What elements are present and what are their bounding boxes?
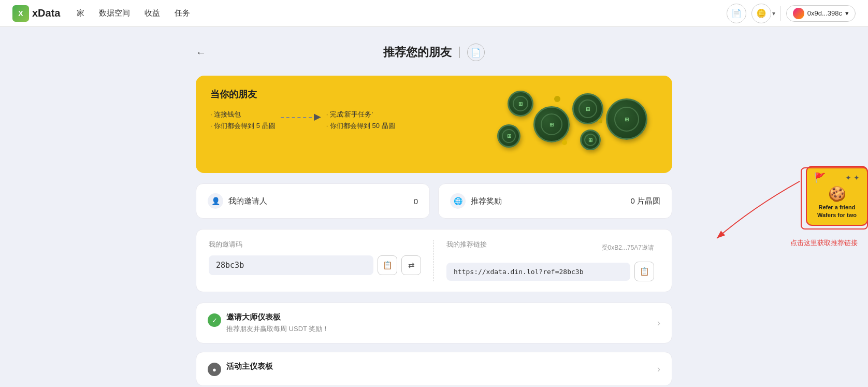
banner-step-1: · 连接钱包 · 你们都会得到 5 晶圆 <box>210 109 276 132</box>
coin-6: ⊞ <box>580 130 601 150</box>
invite-code-value: 28bc3b <box>209 255 373 275</box>
banner-steps-row: · 连接钱包 · 你们都会得到 5 晶圆 ▶ · 完成'新手任务' · 你们都会… <box>210 109 492 132</box>
coin-dot-2 <box>598 119 602 123</box>
invite-code-row: 28bc3b 📋 ⇄ <box>209 255 421 275</box>
invite-link-col: 我的推荐链接 受0xB2...75A7邀请 https://xdata.din.… <box>434 240 659 281</box>
banner-coins: ⊞ ⊞ ⊞ ⊞ ⊞ ⊞ <box>492 88 658 161</box>
nav-wallet-button[interactable]: 0x9d...398c ▾ <box>786 5 856 22</box>
reward-card-left: 🌐 推荐奖励 <box>450 193 502 209</box>
invite-link-invited-by: 受0xB2...75A7邀请 <box>602 243 654 252</box>
inviter-value: 0 <box>414 197 418 206</box>
nav-right: 📄 🪙 ▾ 0x9d...398c ▾ <box>727 4 856 23</box>
invite-code-label: 我的邀请码 <box>209 240 421 249</box>
nav-token-chevron[interactable]: ▾ <box>772 10 775 17</box>
yellow-banner: 当你的朋友 · 连接钱包 · 你们都会得到 5 晶圆 ▶ · 完成'新手任务' … <box>196 76 672 173</box>
activity-text: 活动主仪表板 <box>226 362 273 371</box>
refer-popup-sparkle-icon: ✦ ✦ <box>845 174 860 182</box>
activity-card[interactable]: ● 活动主仪表板 › <box>196 352 672 386</box>
inviter-card: 👤 我的邀请人 0 <box>196 183 430 219</box>
refer-caption: 点击这里获取推荐链接 <box>790 238 858 248</box>
logo-text: xData <box>32 7 60 19</box>
reward-card: 🌐 推荐奖励 0 片晶圆 <box>438 183 672 219</box>
banner-step1-line1: · 连接钱包 <box>210 109 276 120</box>
inviter-card-left: 👤 我的邀请人 <box>208 193 267 209</box>
nav-token-wrapper: 🪙 ▾ <box>751 4 775 23</box>
activity-card-left: ● 活动主仪表板 <box>208 362 273 376</box>
refer-popup-cookie-icon: 🍪 <box>814 185 860 203</box>
invite-master-card-left: ✓ 邀请大师仪表板 推荐朋友并赢取每周 USDT 奖励！ <box>208 312 329 334</box>
nav-revenue[interactable]: 收益 <box>144 8 160 17</box>
invite-master-subtitle: 推荐朋友并赢取每周 USDT 奖励！ <box>226 324 329 334</box>
main-content: ← 推荐您的朋友 📄 当你的朋友 · 连接钱包 · 你们都会得到 5 晶圆 ▶ … <box>185 27 683 387</box>
banner-step1-line2: · 你们都会得到 5 晶圆 <box>210 120 276 132</box>
invite-grid: 我的邀请码 28bc3b 📋 ⇄ 我的推荐链接 受0xB2...75A7邀请 h… <box>209 240 659 281</box>
invite-link-label: 我的推荐链接 <box>446 240 487 249</box>
banner-left: 当你的朋友 · 连接钱包 · 你们都会得到 5 晶圆 ▶ · 完成'新手任务' … <box>210 88 492 132</box>
nav-wallet-chevron: ▾ <box>845 9 849 17</box>
coin-dot-1 <box>554 96 560 102</box>
refer-arrow-svg <box>701 176 805 243</box>
logo-icon: X <box>12 5 29 22</box>
coin-4: ⊞ <box>606 98 647 140</box>
nav-wallet-avatar <box>793 8 804 19</box>
copy-link-button[interactable]: 📋 <box>634 262 654 281</box>
reward-icon: 🌐 <box>450 193 466 209</box>
reward-label: 推荐奖励 <box>471 196 502 206</box>
copy-code-button[interactable]: 📋 <box>378 255 397 275</box>
invite-section: 我的邀请码 28bc3b 📋 ⇄ 我的推荐链接 受0xB2...75A7邀请 h… <box>196 229 672 292</box>
refer-popup-box[interactable]: 🚩 ✦ ✦ 🍪 Refer a friend Wafers for two <box>806 166 868 226</box>
invite-master-icon: ✓ <box>208 313 221 327</box>
nav-doc-button[interactable]: 📄 <box>727 4 746 23</box>
nav-tasks[interactable]: 任务 <box>175 8 190 17</box>
invite-link-label-row: 我的推荐链接 受0xB2...75A7邀请 <box>446 240 654 255</box>
refer-popup-line2: Wafers for two <box>814 211 860 219</box>
page-doc-button[interactable]: 📄 <box>467 44 485 61</box>
nav-home[interactable]: 家 <box>77 8 84 17</box>
nav-wallet-address: 0x9d...398c <box>807 9 842 17</box>
page-header: ← 推荐您的朋友 📄 <box>196 44 672 61</box>
refer-popup[interactable]: 🚩 ✦ ✦ 🍪 Refer a friend Wafers for two <box>806 166 868 226</box>
banner-step2-line1: · 完成'新手任务' <box>326 109 395 120</box>
back-button[interactable]: ← <box>196 47 206 59</box>
banner-title: 当你的朋友 <box>210 88 492 101</box>
coin-dot-3 <box>562 140 567 145</box>
activity-icon: ● <box>208 363 221 376</box>
navbar: X xData 家 数据空间 收益 任务 📄 🪙 ▾ 0x9d...398c ▾ <box>0 0 868 27</box>
banner-step-2: · 完成'新手任务' · 你们都会得到 50 晶圆 <box>326 109 395 132</box>
activity-title: 活动主仪表板 <box>226 362 273 371</box>
invite-master-chevron: › <box>657 318 660 328</box>
page-title: 推荐您的朋友 <box>383 45 452 60</box>
refer-popup-line1: Refer a friend <box>814 204 860 211</box>
inviter-label: 我的邀请人 <box>228 196 267 206</box>
nav-data-space[interactable]: 数据空间 <box>99 8 130 17</box>
banner-dashed-line <box>281 117 312 118</box>
coin-1: ⊞ <box>533 106 570 142</box>
coin-2: ⊞ <box>508 91 533 117</box>
invite-master-title: 邀请大师仪表板 <box>226 312 329 322</box>
nav-links: 家 数据空间 收益 任务 <box>77 8 710 18</box>
nav-divider <box>780 6 781 21</box>
activity-chevron: › <box>657 364 660 375</box>
stats-row: 👤 我的邀请人 0 🌐 推荐奖励 0 片晶圆 <box>196 183 672 219</box>
invite-master-card[interactable]: ✓ 邀请大师仪表板 推荐朋友并赢取每周 USDT 奖励！ › <box>196 303 672 343</box>
page-header-divider <box>459 47 460 58</box>
invite-url-value: https://xdata.din.lol?ref=28bc3b <box>446 263 630 281</box>
inviter-icon: 👤 <box>208 193 223 209</box>
invite-master-text: 邀请大师仪表板 推荐朋友并赢取每周 USDT 奖励！ <box>226 312 329 334</box>
invite-code-col: 我的邀请码 28bc3b 📋 ⇄ <box>209 240 434 281</box>
coin-5: ⊞ <box>497 124 520 148</box>
share-code-button[interactable]: ⇄ <box>401 255 421 275</box>
nav-token-button[interactable]: 🪙 <box>751 4 771 23</box>
banner-arrow-icon: ▶ <box>314 111 321 122</box>
refer-popup-icon-row: 🚩 ✦ ✦ <box>814 172 860 183</box>
banner-step2-line2: · 你们都会得到 50 晶圆 <box>326 120 395 132</box>
reward-value: 0 片晶圆 <box>630 196 660 206</box>
logo[interactable]: X xData <box>12 5 60 22</box>
refer-popup-flag-icon: 🚩 <box>814 172 826 183</box>
invite-url-row: https://xdata.din.lol?ref=28bc3b 📋 <box>446 262 654 281</box>
